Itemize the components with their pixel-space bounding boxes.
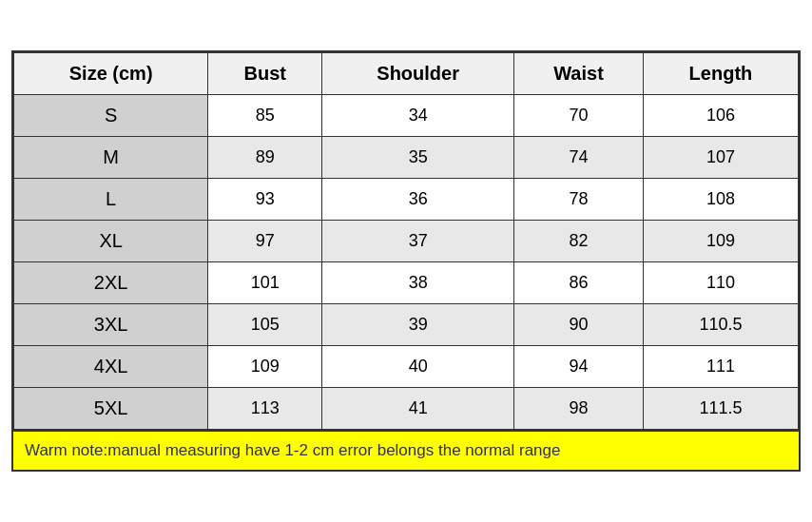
cell-bust: 105 <box>208 304 322 346</box>
cell-length: 106 <box>643 95 798 137</box>
warm-note: Warm note:manual measuring have 1-2 cm e… <box>11 432 801 472</box>
cell-length: 111 <box>643 346 798 388</box>
cell-size: L <box>14 179 208 221</box>
cell-length: 108 <box>643 179 798 221</box>
header-waist: Waist <box>514 53 644 95</box>
table-row: XL973782109 <box>14 221 799 262</box>
cell-shoulder: 38 <box>322 262 514 304</box>
table-header-row: Size (cm) Bust Shoulder Waist Length <box>14 53 799 95</box>
cell-waist: 70 <box>514 95 644 137</box>
cell-size: 2XL <box>14 262 208 304</box>
cell-length: 110.5 <box>643 304 798 346</box>
cell-size: XL <box>14 221 208 262</box>
cell-waist: 78 <box>514 179 644 221</box>
cell-bust: 113 <box>208 388 322 430</box>
cell-bust: 109 <box>208 346 322 388</box>
size-table: Size (cm) Bust Shoulder Waist Length S85… <box>13 52 799 430</box>
cell-bust: 101 <box>208 262 322 304</box>
cell-bust: 93 <box>208 179 322 221</box>
cell-size: M <box>14 137 208 179</box>
cell-bust: 85 <box>208 95 322 137</box>
cell-size: 3XL <box>14 304 208 346</box>
cell-length: 111.5 <box>643 388 798 430</box>
cell-shoulder: 35 <box>322 137 514 179</box>
cell-size: S <box>14 95 208 137</box>
cell-shoulder: 37 <box>322 221 514 262</box>
cell-waist: 74 <box>514 137 644 179</box>
cell-shoulder: 34 <box>322 95 514 137</box>
cell-length: 107 <box>643 137 798 179</box>
table-row: 3XL1053990110.5 <box>14 304 799 346</box>
table-row: 5XL1134198111.5 <box>14 388 799 430</box>
cell-waist: 90 <box>514 304 644 346</box>
header-length: Length <box>643 53 798 95</box>
header-size: Size (cm) <box>14 53 208 95</box>
cell-bust: 97 <box>208 221 322 262</box>
cell-waist: 94 <box>514 346 644 388</box>
cell-shoulder: 36 <box>322 179 514 221</box>
cell-shoulder: 40 <box>322 346 514 388</box>
cell-size: 4XL <box>14 346 208 388</box>
cell-shoulder: 39 <box>322 304 514 346</box>
header-shoulder: Shoulder <box>322 53 514 95</box>
cell-waist: 86 <box>514 262 644 304</box>
cell-length: 110 <box>643 262 798 304</box>
table-row: 2XL1013886110 <box>14 262 799 304</box>
table-row: S853470106 <box>14 95 799 137</box>
cell-length: 109 <box>643 221 798 262</box>
table-row: M893574107 <box>14 137 799 179</box>
table-row: 4XL1094094111 <box>14 346 799 388</box>
cell-bust: 89 <box>208 137 322 179</box>
header-bust: Bust <box>208 53 322 95</box>
cell-waist: 98 <box>514 388 644 430</box>
table-row: L933678108 <box>14 179 799 221</box>
cell-size: 5XL <box>14 388 208 430</box>
cell-shoulder: 41 <box>322 388 514 430</box>
size-table-container: Size (cm) Bust Shoulder Waist Length S85… <box>11 50 801 432</box>
cell-waist: 82 <box>514 221 644 262</box>
